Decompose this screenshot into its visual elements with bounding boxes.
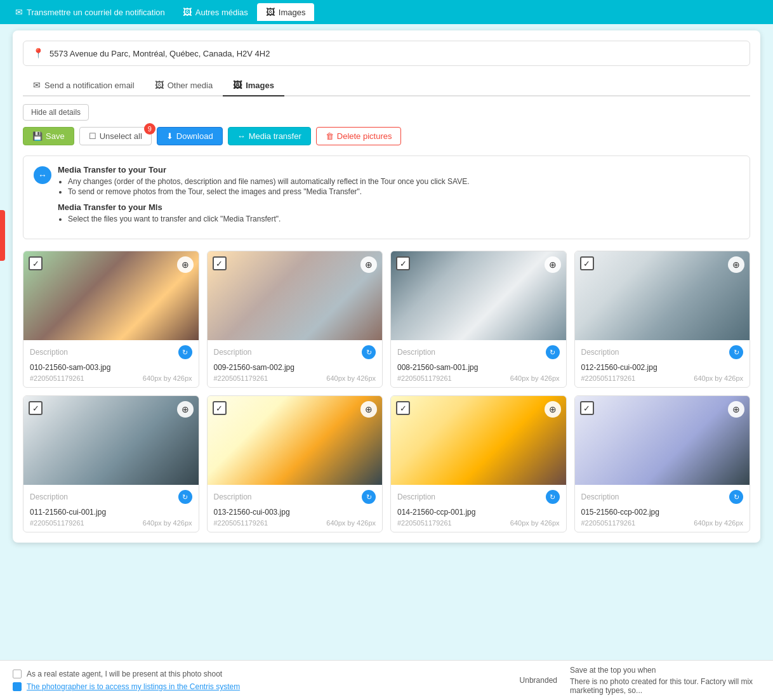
inner-tabs: ✉ Send a notification email 🖼 Other medi…: [23, 75, 750, 96]
hash-2: #2205051179261: [214, 374, 268, 382]
hash-4: #2205051179261: [581, 374, 636, 382]
zoom-icon: ⊕: [182, 260, 189, 270]
zoom-icon: ⊕: [549, 404, 557, 414]
media-icon: 🖼: [183, 7, 192, 17]
photo-zoom-4[interactable]: ⊕: [728, 256, 744, 273]
desc-row-7: Description ↻: [397, 490, 560, 504]
zoom-icon: ⊕: [365, 404, 373, 414]
top-tab-other-media[interactable]: 🖼 Autres médias: [174, 3, 257, 21]
desc-row-4: Description ↻: [581, 345, 744, 359]
photo-thumb-8: ✓ ⊕: [575, 396, 750, 485]
transfer-icon: ↔: [237, 131, 246, 141]
media-transfer-button[interactable]: ↔ Media transfer: [228, 127, 311, 145]
photo-zoom-5[interactable]: ⊕: [177, 401, 194, 418]
check-mark-icon: ✓: [400, 404, 407, 413]
photo-checkbox-1[interactable]: ✓: [29, 256, 43, 270]
top-tab-bar: ✉ Transmettre un courriel de notificatio…: [0, 0, 773, 24]
action-toolbar: 💾 Save ☐ Unselect all 9 ⬇ Download ↔ Med…: [23, 127, 750, 145]
desc-edit-btn-2[interactable]: ↻: [362, 345, 376, 359]
photo-checkbox-3[interactable]: ✓: [396, 256, 410, 270]
desc-edit-btn-3[interactable]: ↻: [546, 345, 560, 359]
photo-checkbox-5[interactable]: ✓: [29, 401, 43, 415]
present-checkbox-icon[interactable]: [13, 670, 22, 678]
photo-card-8: ✓ ⊕ Description ↻ 015-21560-ccp-002.jpg …: [574, 395, 751, 532]
photo-card-body-2: Description ↻ 009-21560-sam-002.jpg #220…: [208, 340, 383, 387]
left-accent: [0, 210, 5, 261]
desc-edit-btn-4[interactable]: ↻: [729, 345, 743, 359]
meta-row-6: #2205051179261 640px by 426px: [214, 519, 376, 527]
desc-row-2: Description ↻: [214, 345, 376, 359]
dimensions-8: 640px by 426px: [694, 519, 743, 527]
photo-scene-6: [208, 396, 383, 485]
photo-thumb-1: ✓ ⊕: [23, 251, 199, 340]
top-tab-notify[interactable]: ✉ Transmettre un courriel de notificatio…: [6, 3, 174, 21]
inner-tab-other-media[interactable]: 🖼 Other media: [145, 75, 223, 96]
photo-checkbox-6[interactable]: ✓: [213, 401, 227, 415]
edit-icon: ↻: [550, 493, 555, 501]
info-icon: ↔: [34, 166, 51, 184]
photo-card-body-6: Description ↻ 013-21560-cui-003.jpg #220…: [208, 485, 383, 532]
filename-8: 015-21560-ccp-002.jpg: [581, 508, 744, 517]
photo-scene-4: [575, 251, 750, 340]
access-checkbox-icon[interactable]: [13, 682, 22, 691]
photo-checkbox-8[interactable]: ✓: [580, 401, 594, 415]
photo-card-6: ✓ ⊕ Description ↻ 013-21560-cui-003.jpg …: [207, 395, 383, 532]
photo-zoom-8[interactable]: ⊕: [728, 401, 744, 418]
desc-edit-btn-5[interactable]: ↻: [178, 490, 192, 504]
inner-tab-images[interactable]: 🖼 Images: [223, 75, 284, 96]
save-button[interactable]: 💾 Save: [23, 127, 74, 145]
inner-tab-send-email[interactable]: ✉ Send a notification email: [23, 75, 145, 96]
check-mark-icon: ✓: [32, 259, 39, 268]
filename-2: 009-21560-sam-002.jpg: [214, 363, 376, 372]
check-mark-icon: ✓: [32, 404, 39, 413]
desc-edit-btn-1[interactable]: ↻: [178, 345, 192, 359]
edit-icon: ↻: [182, 493, 188, 501]
desc-label-7: Description: [397, 492, 435, 501]
info-title-2: Media Transfer to your Mls: [58, 202, 470, 212]
desc-row-1: Description ↻: [30, 345, 192, 359]
address-bar: 📍 5573 Avenue du Parc, Montréal, Québec,…: [23, 41, 750, 66]
unselect-all-button[interactable]: ☐ Unselect all 9: [79, 127, 152, 145]
photo-checkbox-4[interactable]: ✓: [580, 256, 594, 270]
dimensions-7: 640px by 426px: [510, 519, 560, 527]
filename-5: 011-21560-cui-001.jpg: [30, 508, 192, 517]
filename-4: 012-21560-cui-002.jpg: [581, 363, 744, 372]
photo-card-body-4: Description ↻ 012-21560-cui-002.jpg #220…: [575, 340, 750, 387]
photo-zoom-7[interactable]: ⊕: [545, 401, 561, 418]
photo-card-body-1: Description ↻ 010-21560-sam-003.jpg #220…: [23, 340, 199, 387]
meta-row-3: #2205051179261 640px by 426px: [397, 374, 560, 382]
delete-pictures-button[interactable]: 🗑 Delete pictures: [316, 127, 402, 145]
desc-row-6: Description ↻: [214, 490, 376, 504]
hash-3: #2205051179261: [397, 374, 452, 382]
photo-card-4: ✓ ⊕ Description ↻ 012-21560-cui-002.jpg …: [574, 251, 751, 388]
check-mark-icon: ✓: [216, 259, 223, 268]
photo-scene-5: [23, 396, 199, 485]
meta-row-2: #2205051179261 640px by 426px: [214, 374, 376, 382]
photo-checkbox-2[interactable]: ✓: [213, 256, 227, 270]
info-box: ↔ Media Transfer to your Tour Any change…: [23, 155, 750, 239]
checkbox-present[interactable]: As a real estate agent, I will be presen…: [13, 670, 240, 678]
trash-icon: 🗑: [326, 131, 334, 141]
checkbox-access[interactable]: The photographer is to access my listing…: [13, 682, 240, 691]
desc-edit-btn-8[interactable]: ↻: [729, 490, 743, 504]
top-tab-images[interactable]: 🖼 Images: [257, 3, 315, 21]
meta-row-8: #2205051179261 640px by 426px: [581, 519, 744, 527]
bottom-right-info: Unbranded Save at the top you when There…: [520, 666, 760, 695]
photo-checkbox-7[interactable]: ✓: [396, 401, 410, 415]
desc-edit-btn-7[interactable]: ↻: [546, 490, 560, 504]
edit-icon: ↻: [366, 493, 372, 501]
photo-thumb-7: ✓ ⊕: [391, 396, 566, 485]
filename-7: 014-21560-ccp-001.jpg: [397, 508, 560, 517]
desc-label-6: Description: [214, 492, 252, 501]
photo-zoom-2[interactable]: ⊕: [360, 256, 377, 273]
hash-1: #2205051179261: [30, 374, 84, 382]
download-button[interactable]: ⬇ Download: [157, 127, 223, 145]
address-text: 5573 Avenue du Parc, Montréal, Québec, C…: [50, 49, 270, 58]
photo-zoom-6[interactable]: ⊕: [360, 401, 377, 418]
photo-grid: ✓ ⊕ Description ↻ 010-21560-sam-003.jpg …: [23, 251, 750, 532]
photo-zoom-1[interactable]: ⊕: [177, 256, 194, 273]
desc-edit-btn-6[interactable]: ↻: [362, 490, 376, 504]
photo-zoom-3[interactable]: ⊕: [545, 256, 561, 273]
desc-label-5: Description: [30, 492, 68, 501]
hide-details-button[interactable]: Hide all details: [23, 104, 89, 121]
